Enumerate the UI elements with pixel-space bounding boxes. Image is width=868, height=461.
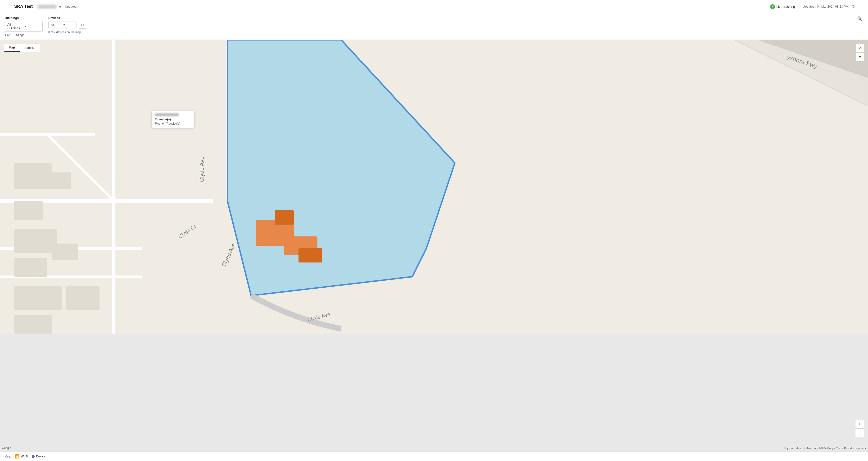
svg-rect-7: [14, 163, 52, 189]
svg-text:Clyde Ave: Clyde Ave: [198, 156, 205, 182]
svg-rect-12: [52, 244, 78, 260]
svg-rect-15: [14, 315, 52, 334]
header-left: ← SRA Test Updated: [5, 3, 770, 10]
devices-chevron-icon: ▾: [63, 23, 74, 27]
search-icon[interactable]: 🔍: [856, 16, 863, 22]
live-tracking-button[interactable]: Live tracking: [770, 4, 795, 9]
buildings-value: All Buildings: [7, 23, 23, 30]
map-tools: ⤢ ≡: [856, 43, 864, 62]
expand-button[interactable]: ⤢: [856, 43, 864, 52]
svg-rect-10: [14, 229, 57, 253]
updated-dot: [59, 6, 61, 7]
map-svg: Clyde Ave Clyde Ave Clyde Ct yshore Fwy …: [0, 40, 868, 334]
wifi-icon: 📶: [15, 454, 20, 459]
svg-rect-20: [299, 248, 322, 263]
devices-row: All ▾ ⊟: [48, 21, 86, 29]
updated-label: Updated: [65, 5, 76, 8]
device-dot-icon: [32, 455, 35, 458]
search-area: 🔍: [856, 16, 863, 21]
more-menu-icon[interactable]: ⋮: [859, 4, 863, 9]
key-label: Key:: [5, 455, 11, 458]
tooltip-devices: 7 device(s): [155, 118, 191, 121]
key-bar: Key: 📶 Wi-Fi Device: [0, 452, 868, 461]
satellite-tab[interactable]: Satellite: [20, 44, 40, 52]
zoom-controls: + −: [855, 420, 864, 437]
wifi-label: Wi-Fi: [21, 455, 28, 458]
wifi-key-item: 📶 Wi-Fi: [15, 454, 28, 459]
svg-rect-9: [48, 173, 71, 189]
header-right: Live tracking Updated : 04 Mar 2024 08:2…: [770, 4, 863, 9]
zoom-out-button[interactable]: −: [856, 429, 864, 437]
svg-rect-13: [14, 286, 62, 310]
live-play-icon: [770, 4, 775, 9]
device-key-item: Device: [32, 455, 45, 458]
layers-button[interactable]: ≡: [856, 53, 864, 62]
back-button[interactable]: ←: [5, 3, 11, 10]
map-tab[interactable]: Map: [4, 44, 20, 52]
svg-rect-14: [66, 286, 99, 310]
google-logo: Google: [2, 446, 11, 450]
svg-rect-18: [275, 210, 294, 224]
title-blur: [37, 5, 56, 8]
map-container[interactable]: Clyde Ave Clyde Ave Clyde Ct yshore Fwy …: [0, 40, 868, 452]
buildings-chevron-icon: ▾: [25, 25, 40, 28]
app-header: ← SRA Test Updated Live tracking Updated…: [0, 0, 868, 13]
devices-value: All: [51, 23, 62, 27]
filters-bar: Buildings All Buildings ▾ 1 of 1 Buildin…: [0, 13, 868, 40]
live-tracking-label: Live tracking: [776, 5, 795, 8]
building-tooltip: 7 device(s) Floor 6 - 7 device(s): [152, 111, 194, 128]
buildings-filter-group: Buildings All Buildings ▾ 1 of 1 Buildin…: [5, 16, 43, 37]
devices-filter-group: Devices All ▾ ⊟ 0 of 7 devices on the ma…: [48, 16, 86, 34]
map-toggle: Map Satellite: [4, 43, 40, 52]
buildings-label: Buildings: [5, 16, 43, 20]
tooltip-title-blur: [155, 113, 179, 116]
device-label: Device: [36, 455, 45, 458]
updated-time: Updated : 04 Mar 2024 08:23 PM: [803, 5, 848, 8]
svg-rect-8: [14, 201, 43, 220]
buildings-select[interactable]: All Buildings ▾: [5, 21, 43, 31]
buildings-count: 1 of 1 Buildings: [5, 33, 43, 37]
zoom-in-button[interactable]: +: [856, 420, 864, 429]
tooltip-floor: Floor 6 - 7 device(s): [155, 122, 191, 125]
refresh-icon[interactable]: ↻: [852, 4, 855, 9]
devices-label: Devices: [48, 16, 86, 20]
filter-icon-button[interactable]: ⊟: [79, 21, 86, 29]
devices-count: 0 of 7 devices on the map: [48, 31, 86, 34]
devices-select[interactable]: All ▾: [48, 22, 77, 28]
app-title: SRA Test: [14, 4, 33, 9]
map-attribution: Keyboard shortcuts Map data ©2024 Google…: [784, 447, 866, 450]
svg-rect-11: [14, 258, 48, 277]
